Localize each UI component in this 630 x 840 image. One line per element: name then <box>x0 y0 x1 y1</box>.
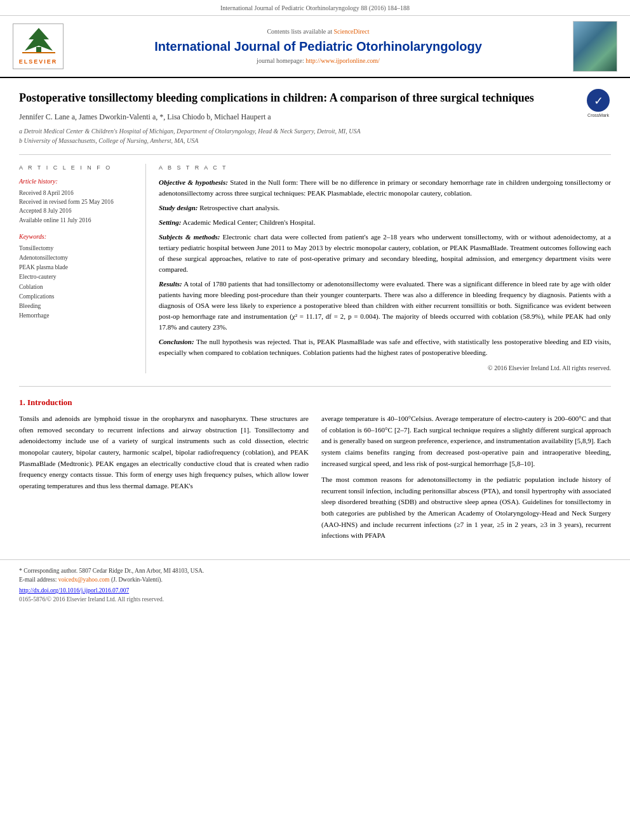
affiliation-b: b University of Massachusetts, College o… <box>19 136 579 145</box>
svg-text:CrossMark: CrossMark <box>587 113 609 117</box>
body-para-1: Tonsils and adenoids are lymphoid tissue… <box>19 413 309 491</box>
article-content: Postoperative tonsillectomy bleeding com… <box>0 78 630 386</box>
email-line: E-mail address: voicedx@yahoo.com (J. Dw… <box>19 575 611 584</box>
body-text-col1: Tonsils and adenoids are lymphoid tissue… <box>19 413 309 491</box>
study-design-text: Retrospective chart analysis. <box>199 204 279 211</box>
accepted-date: Accepted 8 July 2016 <box>19 206 137 215</box>
homepage-line: journal homepage: http://www.ijporlonlin… <box>74 57 563 65</box>
objective-label: Objective & hypothesis: <box>159 178 228 186</box>
journal-meta-bar: International Journal of Pediatric Otorh… <box>0 0 630 16</box>
body-two-col: Tonsils and adenoids are lymphoid tissue… <box>19 413 611 547</box>
results-label: Results: <box>159 280 182 288</box>
elsevier-logo: ELSEVIER <box>13 23 64 69</box>
svg-rect-2 <box>22 52 55 53</box>
results-text: A total of 1780 patients that had tonsil… <box>159 280 611 331</box>
abstract-text: Objective & hypothesis: Stated in the Nu… <box>159 177 611 373</box>
article-info-column: A R T I C L E I N F O Article history: R… <box>19 164 146 373</box>
journal-header-center: Contents lists available at ScienceDirec… <box>74 27 563 65</box>
conclusion-text: The null hypothesis was rejected. That i… <box>159 338 611 356</box>
keyword-0: Tonsillectomy <box>19 244 137 253</box>
article-title: Postoperative tonsillectomy bleeding com… <box>19 91 579 105</box>
body-para-2: average temperature is 40–100°Celsius. A… <box>321 413 611 469</box>
article-info-header: A R T I C L E I N F O <box>19 164 137 172</box>
divider-1 <box>19 154 611 155</box>
elsevier-tree-icon <box>17 27 60 55</box>
corresponding-author: * Corresponding author. 5807 Cedar Ridge… <box>19 566 611 575</box>
keyword-6: Bleeding <box>19 302 137 311</box>
keywords-label: Keywords: <box>19 232 137 241</box>
conclusion-label: Conclusion: <box>159 338 194 345</box>
article-info-abstract: A R T I C L E I N F O Article history: R… <box>19 164 611 373</box>
section-1: 1. Introduction Tonsils and adenoids are… <box>19 397 611 547</box>
journal-header: ELSEVIER Contents lists available at Sci… <box>0 16 630 78</box>
received-date: Received 8 April 2016 <box>19 189 137 197</box>
elsevier-wordmark: ELSEVIER <box>17 58 59 66</box>
body-col-right: average temperature is 40–100°Celsius. A… <box>321 413 611 547</box>
keyword-7: Hemorrhage <box>19 311 137 321</box>
journal-reference: International Journal of Pediatric Otorh… <box>220 4 410 11</box>
article-history: Article history: Received 8 April 2016 R… <box>19 177 137 225</box>
homepage-url[interactable]: http://www.ijporlonline.com/ <box>305 57 380 64</box>
body-col-left: Tonsils and adenoids are lymphoid tissue… <box>19 413 309 547</box>
article-affiliations: a Detroit Medical Center & Children's Ho… <box>19 126 579 145</box>
subjects-text: Electronic chart data were collected fro… <box>159 233 611 273</box>
abstract-subjects: Subjects & methods: Electronic chart dat… <box>159 232 611 275</box>
keyword-4: Coblation <box>19 283 137 292</box>
abstract-conclusion: Conclusion: The null hypothesis was reje… <box>159 337 611 358</box>
body-para-3: The most common reasons for adenotonsill… <box>321 474 611 542</box>
footer-copyright: 0165-5876/© 2016 Elsevier Ireland Ltd. A… <box>19 596 611 604</box>
journal-title: International Journal of Pediatric Otorh… <box>74 37 563 55</box>
keywords-section: Keywords: Tonsillectomy Adenotonsillecto… <box>19 232 137 321</box>
svg-text:✓: ✓ <box>594 95 603 107</box>
subjects-label: Subjects & methods: <box>159 233 220 241</box>
crossmark-icon: ✓ CrossMark <box>586 88 611 119</box>
affiliation-a: a Detroit Medical Center & Children's Ho… <box>19 126 579 136</box>
crossmark-badge[interactable]: ✓ CrossMark <box>586 91 611 116</box>
journal-cover-image <box>573 21 617 72</box>
divider-2 <box>19 386 611 387</box>
revised-date: Received in revised form 25 May 2016 <box>19 197 137 206</box>
article-title-text: Postoperative tonsillectomy bleeding com… <box>19 91 586 145</box>
abstract-header: A B S T R A C T <box>159 164 611 172</box>
abstract-study-design: Study design: Retrospective chart analys… <box>159 203 611 213</box>
abstract-objective: Objective & hypothesis: Stated in the Nu… <box>159 177 611 199</box>
setting-label: Setting: <box>159 218 181 226</box>
abstract-copyright: © 2016 Elsevier Ireland Ltd. All rights … <box>159 363 611 373</box>
study-design-label: Study design: <box>159 204 198 211</box>
body-section: 1. Introduction Tonsils and adenoids are… <box>0 397 630 559</box>
footnote-area: * Corresponding author. 5807 Cedar Ridge… <box>0 559 630 608</box>
keyword-3: Electro-cautery <box>19 272 137 282</box>
setting-text: Academic Medical Center; Children's Hosp… <box>183 218 316 226</box>
article-title-section: Postoperative tonsillectomy bleeding com… <box>19 91 611 145</box>
section-1-title: 1. Introduction <box>19 397 611 408</box>
doi-line: http://dx.doi.org/10.1016/j.ijporl.2016.… <box>19 587 611 595</box>
keyword-2: PEAK plasma blade <box>19 263 137 272</box>
article-authors: Jennifer C. Lane a, James Dworkin-Valent… <box>19 112 579 123</box>
sciencedirect-link[interactable]: ScienceDirect <box>333 28 369 35</box>
sciencedirect-line: Contents lists available at ScienceDirec… <box>74 27 563 36</box>
doi-link[interactable]: http://dx.doi.org/10.1016/j.ijporl.2016.… <box>19 587 129 594</box>
abstract-column: A B S T R A C T Objective & hypothesis: … <box>159 164 611 373</box>
abstract-setting: Setting: Academic Medical Center; Childr… <box>159 217 611 228</box>
page: International Journal of Pediatric Otorh… <box>0 0 630 840</box>
available-date: Available online 11 July 2016 <box>19 216 137 225</box>
email-link[interactable]: voicedx@yahoo.com <box>58 577 110 583</box>
keyword-5: Complications <box>19 292 137 302</box>
keyword-1: Adenotonsillectomy <box>19 253 137 263</box>
abstract-results: Results: A total of 1780 patients that h… <box>159 279 611 333</box>
body-text-col2: average temperature is 40–100°Celsius. A… <box>321 413 611 542</box>
history-label: Article history: <box>19 177 137 186</box>
